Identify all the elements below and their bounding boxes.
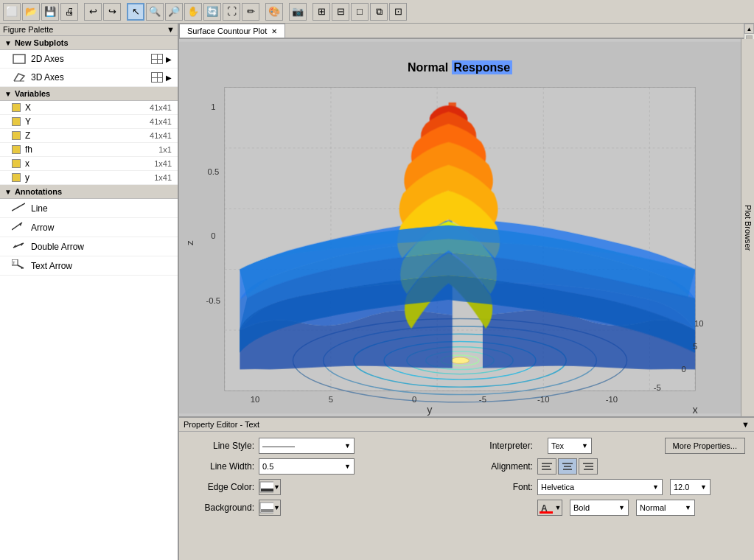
arrow-item[interactable]: Arrow: [0, 218, 178, 237]
tab-label: Surface Countour Plot: [187, 27, 267, 35]
var-Z[interactable]: Z 41x41: [0, 129, 178, 143]
background-color-btn[interactable]: ▼: [259, 500, 281, 516]
font-select[interactable]: Helvetica ▼: [537, 479, 663, 495]
line-label: Line: [31, 203, 48, 214]
text-arrow-label: Text Arrow: [31, 261, 72, 271]
select-btn[interactable]: ↖: [127, 3, 144, 21]
zoom-out-btn[interactable]: 🔎: [165, 3, 183, 21]
print-btn[interactable]: 🖨: [60, 3, 78, 21]
align-left-btn[interactable]: [537, 458, 556, 475]
restore-btn[interactable]: ⊡: [389, 3, 407, 21]
svg-text:-5: -5: [654, 383, 661, 392]
surface-plot-svg: 1 0.5 0 -0.5 z: [179, 39, 741, 416]
new-btn[interactable]: ⬜: [3, 3, 21, 21]
2d-arrow-icon[interactable]: ▶: [166, 55, 172, 63]
arrow-label: Arrow: [31, 223, 54, 233]
line-width-select[interactable]: 0.5 ▼: [259, 458, 355, 475]
background-dropdown[interactable]: ▼: [273, 504, 280, 511]
layout1-btn[interactable]: ⊞: [313, 3, 330, 21]
annotations-label: Annotations: [15, 187, 62, 196]
scroll-up-btn[interactable]: ▲: [744, 24, 754, 34]
align-center-btn[interactable]: [558, 458, 577, 475]
background-row: Background: ▼: [188, 500, 459, 516]
variables-header[interactable]: ▼ Variables: [0, 87, 178, 101]
3d-axes-icon: [12, 71, 27, 83]
property-editor: Property Editor - Text ▼ Line Style: ———…: [179, 416, 754, 560]
2d-axes-item[interactable]: 2D Axes ▶: [0, 50, 178, 69]
tab-close-btn[interactable]: ✕: [271, 27, 277, 35]
var-fh-size: 1x1: [158, 145, 172, 154]
var-y-color: [12, 173, 21, 182]
pe-left-col: Line Style: ———— ▼ Line Width: 0.5 ▼: [188, 438, 459, 516]
svg-rect-62: [540, 511, 553, 514]
alignment-btns: [537, 458, 598, 475]
alignment-label: Alignment:: [474, 461, 533, 472]
rotate-btn[interactable]: 🔄: [203, 3, 221, 21]
3d-axes-item[interactable]: 3D Axes ▶: [0, 69, 178, 87]
font-weight-select[interactable]: Normal ▼: [636, 500, 695, 516]
svg-text:10: 10: [251, 395, 260, 404]
annotations-header[interactable]: ▼ Annotations: [0, 185, 178, 199]
bold-select[interactable]: Bold ▼: [570, 500, 629, 516]
align-right-btn[interactable]: [579, 458, 598, 475]
plot-section: Surface Countour Plot ✕ Normal Response: [179, 24, 754, 416]
layout4-btn[interactable]: ⧉: [370, 3, 388, 21]
svg-marker-7: [13, 245, 16, 248]
palette-collapse-btn[interactable]: ▼: [167, 25, 175, 34]
redo-btn[interactable]: ↪: [103, 3, 121, 21]
edge-color-row: Edge Color: ▼: [188, 479, 459, 495]
layout2-btn[interactable]: ⊟: [332, 3, 349, 21]
svg-rect-0: [13, 55, 25, 63]
line-icon: [12, 202, 27, 214]
svg-text:z: z: [184, 240, 195, 245]
layout3-btn[interactable]: □: [351, 3, 369, 21]
new-subplots-arrow: ▼: [4, 39, 12, 47]
line-item[interactable]: Line: [0, 199, 178, 218]
new-subplots-header[interactable]: ▼ New Subplots: [0, 36, 178, 50]
undo-btn[interactable]: ↩: [84, 3, 102, 21]
font-row: Font: Helvetica ▼ 12.0 ▼: [474, 479, 745, 495]
datacursor-btn[interactable]: ⛶: [223, 3, 240, 21]
font-size-select[interactable]: 12.0 ▼: [670, 479, 711, 495]
var-x[interactable]: x 1x41: [0, 157, 178, 171]
bold-value: Bold: [573, 503, 590, 512]
plot-browser[interactable]: Plot Browser: [741, 39, 754, 416]
save-btn[interactable]: 💾: [41, 3, 59, 21]
pe-content: Line Style: ———— ▼ Line Width: 0.5 ▼: [179, 432, 754, 522]
edge-color-dropdown[interactable]: ▼: [273, 483, 280, 491]
var-X[interactable]: X 41x41: [0, 101, 178, 115]
var-fh[interactable]: fh 1x1: [0, 143, 178, 157]
edge-color-btn[interactable]: ▼: [259, 479, 281, 495]
arrow-icon: [12, 221, 27, 234]
var-y[interactable]: y 1x41: [0, 171, 178, 185]
svg-point-35: [451, 357, 469, 363]
figure-palette: Figure Palette ▼ ▼ New Subplots 2D Axes: [0, 24, 179, 560]
var-y-size: 1x41: [154, 173, 172, 182]
palette-header: Figure Palette ▼: [0, 24, 178, 36]
font-color-btn[interactable]: A ▼: [537, 500, 562, 516]
svg-text:5: 5: [329, 395, 333, 404]
interpreter-row: Interpreter: Tex ▼ More Properties...: [474, 438, 745, 454]
3d-arrow-icon[interactable]: ▶: [166, 74, 172, 82]
pan-btn[interactable]: ✋: [184, 3, 202, 21]
var-Y[interactable]: Y 41x41: [0, 115, 178, 129]
surface-contour-tab[interactable]: Surface Countour Plot ✕: [179, 24, 285, 38]
double-arrow-item[interactable]: Double Arrow: [0, 237, 178, 256]
toolbar: ⬜ 📂 💾 🖨 ↩ ↪ ↖ 🔍 🔎 ✋ 🔄 ⛶ ✏ 🎨 📷 ⊞ ⊟ □ ⧉ ⊡: [0, 0, 754, 24]
line-style-select[interactable]: ———— ▼: [259, 438, 355, 454]
open-btn[interactable]: 📂: [22, 3, 40, 21]
snapshot-btn[interactable]: 📷: [289, 3, 307, 21]
interpreter-select[interactable]: Tex ▼: [548, 438, 592, 454]
var-x-size: 1x41: [154, 159, 172, 168]
more-props-btn[interactable]: More Properties...: [665, 438, 745, 454]
colorpicker-btn[interactable]: 🎨: [265, 3, 283, 21]
font-size-value: 12.0: [674, 483, 689, 491]
zoom-in-btn[interactable]: 🔍: [146, 3, 164, 21]
text-arrow-item[interactable]: T Text Arrow: [0, 256, 178, 276]
var-X-color: [12, 103, 21, 112]
brush-btn[interactable]: ✏: [242, 3, 259, 21]
font-color-dropdown[interactable]: ▼: [555, 504, 562, 511]
font-label: Font:: [474, 482, 533, 492]
font-weight-value: Normal: [640, 503, 666, 512]
pe-collapse-icon[interactable]: ▼: [741, 420, 750, 429]
